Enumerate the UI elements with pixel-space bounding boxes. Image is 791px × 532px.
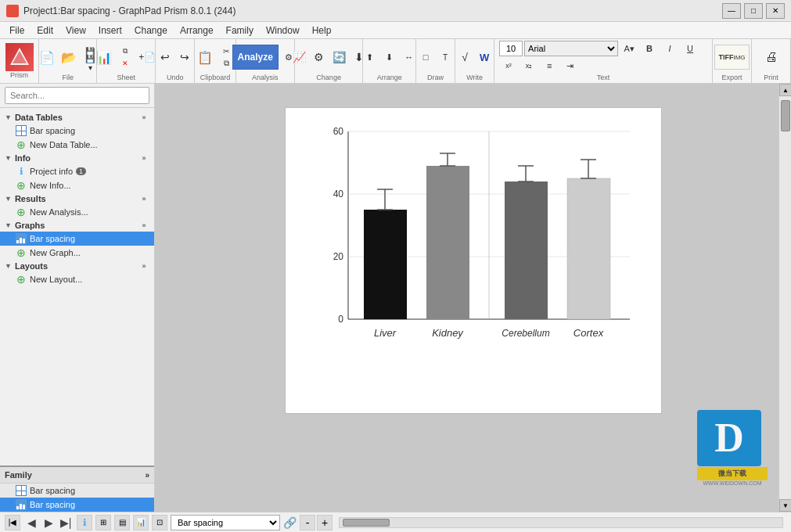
underline-btn[interactable]: U <box>681 41 699 56</box>
export-button[interactable]: TIFF IMG <box>714 45 749 70</box>
menu-file[interactable]: File <box>3 23 31 38</box>
status-nav-start-btn[interactable]: |◀ <box>5 515 20 530</box>
indent-btn[interactable]: ⇥ <box>560 58 579 74</box>
section-graphs-label: Graphs <box>15 221 45 230</box>
toolbar-text-section: 10 Arial Times New Roman Helvetica A▾ B … <box>494 39 713 83</box>
minimize-button[interactable]: — <box>722 3 741 19</box>
status-layout-btn[interactable]: ⊡ <box>152 515 167 530</box>
toolbar-arrange-section: ⬆ ⬇ ↔ Arrange <box>363 39 416 83</box>
write-sqrt-btn[interactable]: √ <box>455 45 474 70</box>
menu-arrange[interactable]: Arrange <box>174 23 220 38</box>
svg-text:40: 40 <box>333 189 343 200</box>
undo-button[interactable]: ↩ <box>156 45 174 70</box>
graphs-expand-btn[interactable]: » <box>138 221 149 229</box>
font-name-select[interactable]: Arial Times New Roman Helvetica <box>524 41 618 56</box>
change-btn1[interactable]: 📈 <box>289 45 309 70</box>
menu-window[interactable]: Window <box>260 23 306 38</box>
change-btn3[interactable]: 🔄 <box>329 45 349 70</box>
section-info-header[interactable]: ▼ Info » <box>0 152 154 164</box>
section-graphs-header[interactable]: ▼ Graphs » <box>0 219 154 232</box>
sheet-label: Sheet <box>117 74 136 81</box>
bold-btn[interactable]: B <box>640 41 659 56</box>
close-button[interactable]: ✕ <box>766 3 785 19</box>
duplicate-sheet-button[interactable]: ⧉ <box>116 46 135 57</box>
font-size-input[interactable]: 10 <box>499 41 523 56</box>
align-btn[interactable]: ≡ <box>540 58 559 74</box>
prism-button[interactable] <box>5 43 34 71</box>
section-layouts-header[interactable]: ▼ Layouts » <box>0 260 154 272</box>
menu-change[interactable]: Change <box>128 23 174 38</box>
search-input[interactable] <box>5 87 149 104</box>
new-button[interactable]: 📄 <box>36 45 58 70</box>
nav-item-new-analysis[interactable]: ⊕ New Analysis... <box>0 205 154 219</box>
subscript-btn[interactable]: x₂ <box>520 58 538 74</box>
nav-arrows: ◀ ▶ ▶| <box>23 515 74 530</box>
scroll-thumb[interactable] <box>781 100 790 131</box>
toolbar-export-section: TIFF IMG Export <box>713 39 752 83</box>
section-info-label: Info <box>15 153 31 163</box>
arrange-btn2[interactable]: ⬇ <box>380 45 399 70</box>
link-icon[interactable]: 🔗 <box>283 516 297 529</box>
nav-item-bar-spacing-data[interactable]: Bar spacing <box>0 124 154 138</box>
change-btn2[interactable]: ⚙ <box>310 45 329 70</box>
menu-insert[interactable]: Insert <box>92 23 128 38</box>
superscript-btn[interactable]: x² <box>499 58 518 74</box>
family-header[interactable]: Family » <box>0 467 154 483</box>
italic-btn[interactable]: I <box>660 41 679 56</box>
nav-item-new-graph[interactable]: ⊕ New Graph... <box>0 246 154 260</box>
arrange-btn1[interactable]: ⬆ <box>361 45 379 70</box>
canvas-area[interactable]: 60 40 20 0 Liver <box>155 84 791 512</box>
nav-item-new-layout[interactable]: ⊕ New Layout... <box>0 272 154 286</box>
status-nav-prev-btn[interactable]: ◀ <box>23 515 39 530</box>
section-data-tables-label: Data Tables <box>15 113 63 122</box>
horizontal-scrollbar[interactable] <box>339 517 783 528</box>
sheet-name-dropdown[interactable]: Bar spacing <box>171 515 280 530</box>
write-word-btn[interactable]: W <box>475 45 494 70</box>
scroll-down-button[interactable]: ▼ <box>779 499 791 512</box>
sheet-button[interactable]: 📊 <box>93 45 115 70</box>
status-info-btn[interactable]: ℹ <box>77 515 92 530</box>
layouts-expand-btn[interactable]: » <box>138 262 149 270</box>
status-table-btn[interactable]: ▤ <box>114 515 130 530</box>
print-label: Print <box>764 74 778 81</box>
toolbar-undo-section: ↩ ↪ Undo <box>156 39 195 83</box>
status-grid-btn[interactable]: ⊞ <box>95 515 111 530</box>
delete-sheet-button[interactable]: ✕ <box>116 58 135 69</box>
h-scroll-thumb[interactable] <box>343 519 390 527</box>
nav-item-new-data-table[interactable]: ⊕ New Data Table... <box>0 138 154 152</box>
section-results-header[interactable]: ▼ Results » <box>0 192 154 205</box>
draw-btn1[interactable]: □ <box>416 45 435 70</box>
maximize-button[interactable]: □ <box>744 3 763 19</box>
print-button[interactable]: 🖨 <box>762 45 781 70</box>
chevron-icon: ▼ <box>5 154 12 162</box>
zoom-out-btn[interactable]: - <box>300 515 315 530</box>
draw-btn2[interactable]: T <box>436 45 455 70</box>
menu-family[interactable]: Family <box>220 23 260 38</box>
menu-view[interactable]: View <box>59 23 92 38</box>
results-expand-btn[interactable]: » <box>138 195 149 203</box>
arrange-label: Arrange <box>377 74 402 81</box>
info-expand-btn[interactable]: » <box>138 154 149 162</box>
family-item-bar-spacing-2[interactable]: Bar spacing <box>0 498 154 512</box>
nav-item-bar-spacing-graph[interactable]: Bar spacing <box>0 232 154 246</box>
data-tables-expand-btn[interactable]: » <box>138 113 149 121</box>
analyze-button[interactable]: Analyze <box>232 45 279 70</box>
section-data-tables-header[interactable]: ▼ Data Tables » <box>0 111 154 124</box>
nav-item-project-info[interactable]: ℹ Project info 1 <box>0 164 154 178</box>
menu-edit[interactable]: Edit <box>31 23 59 38</box>
family-expand-btn[interactable]: » <box>145 471 149 480</box>
paste-button[interactable]: 📋 <box>194 45 216 70</box>
redo-button[interactable]: ↪ <box>175 45 194 70</box>
zoom-in-btn[interactable]: + <box>317 515 333 530</box>
status-chart-btn[interactable]: 📊 <box>133 515 149 530</box>
open-button[interactable]: 📂 <box>58 45 80 70</box>
nav-item-new-info[interactable]: ⊕ New Info... <box>0 178 154 192</box>
font-color-btn[interactable]: A▾ <box>620 41 638 56</box>
scroll-up-button[interactable]: ▲ <box>779 84 791 96</box>
status-nav-next-btn[interactable]: ▶| <box>58 515 74 530</box>
family-item-bar-spacing-1[interactable]: Bar spacing <box>0 483 154 498</box>
add-info-icon: ⊕ <box>16 180 27 191</box>
project-info-badge: 1 <box>76 167 86 175</box>
status-nav-play-btn[interactable]: ▶ <box>41 515 56 530</box>
menu-help[interactable]: Help <box>306 23 338 38</box>
